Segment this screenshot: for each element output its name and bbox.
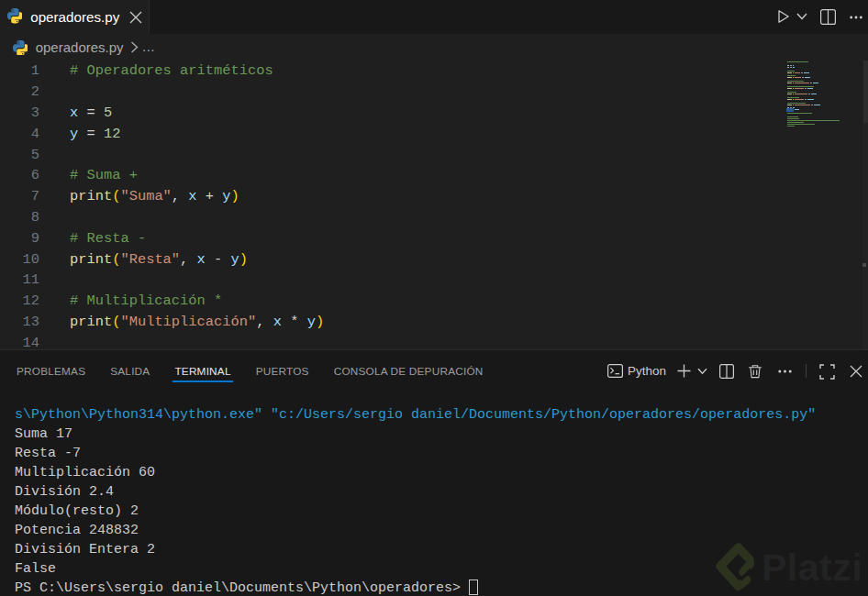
- svg-text:Platzi: Platzi: [762, 546, 862, 589]
